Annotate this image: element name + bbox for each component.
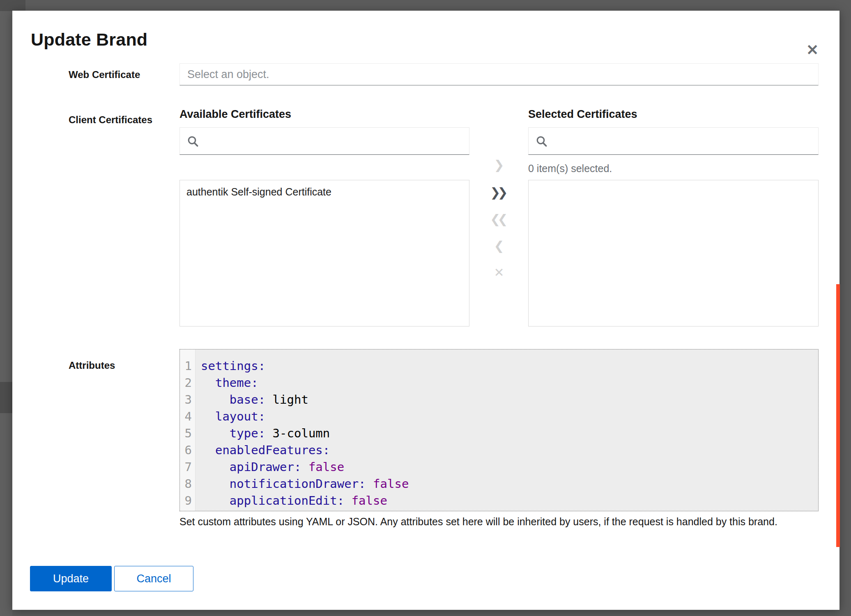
- chevron-right-icon: ❯: [494, 158, 504, 172]
- move-all-left-button[interactable]: ❮❮: [485, 210, 513, 228]
- available-certificates-list[interactable]: authentik Self-signed Certificate: [179, 180, 469, 326]
- client-certificates-label: Client Certificates: [69, 112, 152, 128]
- chevron-double-left-icon: ❮❮: [490, 212, 505, 226]
- line-number: 9: [180, 492, 196, 509]
- list-item-certificate[interactable]: authentik Self-signed Certificate: [180, 180, 469, 204]
- selected-count-status: 0 item(s) selected.: [528, 161, 612, 176]
- available-search: [179, 127, 469, 155]
- move-right-button[interactable]: ❯: [485, 156, 513, 174]
- selected-certificates-heading: Selected Certificates: [528, 106, 637, 122]
- code-line: 1 settings:: [180, 358, 818, 375]
- selected-search: [528, 127, 819, 155]
- code-line: 9 applicationEdit: false: [180, 492, 818, 509]
- available-search-input[interactable]: [179, 127, 469, 155]
- backdrop-sidebar: [0, 0, 12, 616]
- selected-search-input[interactable]: [528, 127, 819, 155]
- line-number: 1: [180, 358, 196, 375]
- code-line: 6 enabledFeatures:: [180, 442, 818, 459]
- line-number: 2: [180, 375, 196, 391]
- close-icon: ✕: [806, 41, 819, 58]
- line-number: 6: [180, 442, 196, 459]
- line-number: 8: [180, 476, 196, 492]
- code-line: 3 base: light: [180, 391, 818, 408]
- x-icon: ✕: [494, 265, 504, 280]
- line-number: 3: [180, 391, 196, 408]
- code-line: 5 type: 3-column: [180, 425, 818, 442]
- chevron-double-right-icon: ❯❯: [490, 185, 505, 200]
- close-button[interactable]: ✕: [802, 39, 823, 61]
- update-button[interactable]: Update: [30, 566, 112, 591]
- line-number: 7: [180, 459, 196, 476]
- chevron-left-icon: ❮: [494, 239, 504, 253]
- move-all-right-button[interactable]: ❯❯: [485, 184, 513, 202]
- selected-certificates-list[interactable]: [528, 180, 819, 326]
- cancel-button[interactable]: Cancel: [114, 566, 193, 591]
- available-certificates-heading: Available Certificates: [179, 106, 291, 122]
- move-left-button[interactable]: ❮: [485, 237, 513, 255]
- web-certificate-select[interactable]: [179, 63, 819, 85]
- line-number: 5: [180, 425, 196, 442]
- attributes-helper-text: Set custom attributes using YAML or JSON…: [179, 514, 819, 529]
- modal-scrollbar-thumb[interactable]: [836, 284, 840, 547]
- clear-selection-button[interactable]: ✕: [485, 264, 513, 282]
- update-brand-modal: Update Brand ✕ Web Certificate Client Ce…: [12, 11, 840, 610]
- code-line: 7 apiDrawer: false: [180, 459, 818, 476]
- modal-title: Update Brand: [31, 30, 147, 50]
- web-certificate-label: Web Certificate: [69, 67, 140, 83]
- code-line: 8 notificationDrawer: false: [180, 476, 818, 492]
- code-line: 4 layout:: [180, 408, 818, 425]
- attributes-label: Attributes: [69, 357, 115, 374]
- attributes-code-editor[interactable]: 1 settings: 2 theme: 3 base: light 4 lay…: [179, 349, 819, 511]
- code-line: 2 theme:: [180, 375, 818, 391]
- backdrop-sidebar-active-item: [0, 382, 12, 413]
- backdrop-header-corner: [0, 0, 25, 11]
- line-number: 4: [180, 408, 196, 425]
